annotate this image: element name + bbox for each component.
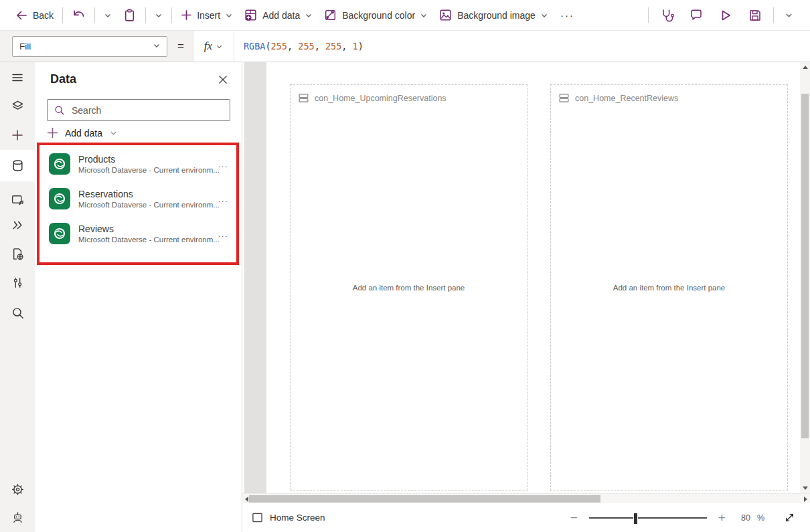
rail-tree-view-button[interactable] bbox=[0, 91, 35, 120]
horizontal-scrollbar-thumb[interactable] bbox=[249, 495, 600, 503]
chevron-down-icon bbox=[216, 43, 223, 50]
chevron-down-icon bbox=[153, 41, 161, 50]
background-color-button[interactable]: Background color bbox=[323, 8, 428, 22]
rail-power-automate-button[interactable] bbox=[0, 210, 35, 240]
formula-token: ) bbox=[358, 41, 363, 52]
data-source-menu-button[interactable]: ... bbox=[218, 229, 228, 239]
paste-button[interactable] bbox=[123, 8, 137, 22]
container-recent-reviews[interactable]: con_Home_RecentReviews Add an item from … bbox=[550, 84, 788, 491]
scroll-left-arrow[interactable] bbox=[245, 497, 248, 502]
canvas-gutter bbox=[244, 62, 266, 493]
rail-menu-button[interactable] bbox=[0, 63, 35, 92]
data-source-reservations[interactable]: Reservations Microsoft Dataverse - Curre… bbox=[35, 181, 242, 216]
expand-diagonal-icon bbox=[784, 512, 795, 523]
rail-data-button[interactable] bbox=[0, 151, 35, 180]
undo-button[interactable] bbox=[72, 8, 86, 22]
scroll-right-arrow[interactable] bbox=[804, 497, 807, 502]
media-icon bbox=[11, 193, 25, 207]
undo-dropdown[interactable] bbox=[104, 11, 112, 19]
close-icon bbox=[218, 75, 228, 84]
toolbar-divider bbox=[773, 7, 774, 23]
data-source-name: Reservations bbox=[78, 189, 218, 200]
sliders-icon bbox=[11, 276, 25, 290]
data-source-menu-button[interactable]: ... bbox=[218, 194, 228, 204]
chevron-down-icon bbox=[155, 11, 163, 19]
vertical-scrollbar[interactable] bbox=[800, 62, 810, 493]
data-source-text: Reviews Microsoft Dataverse - Current en… bbox=[78, 224, 218, 244]
scroll-up-arrow[interactable] bbox=[803, 66, 808, 69]
play-icon bbox=[718, 8, 733, 23]
data-panel-close-button[interactable] bbox=[216, 72, 230, 87]
formula-input[interactable]: RGBA(255, 255, 255, 1) bbox=[234, 31, 363, 62]
chevron-down-icon bbox=[225, 11, 233, 19]
undo-icon bbox=[72, 8, 86, 22]
zoom-slider[interactable] bbox=[589, 513, 707, 523]
database-icon bbox=[11, 159, 25, 173]
comments-button[interactable] bbox=[689, 8, 704, 23]
stethoscope-icon bbox=[659, 8, 674, 23]
preview-button[interactable] bbox=[718, 8, 733, 23]
gear-icon bbox=[11, 482, 25, 497]
toolbar-divider bbox=[94, 7, 95, 23]
rail-settings-button[interactable] bbox=[0, 474, 35, 504]
container-header: con_Home_UpcomingReservations bbox=[298, 92, 447, 104]
zoom-out-button[interactable]: − bbox=[570, 511, 578, 524]
insert-label: Insert bbox=[197, 10, 220, 21]
rail-search-button[interactable] bbox=[0, 298, 35, 327]
scroll-down-arrow[interactable] bbox=[803, 486, 808, 490]
formula-token: , bbox=[341, 41, 352, 52]
data-source-subtitle: Microsoft Dataverse - Current environm..… bbox=[78, 200, 218, 209]
property-selector[interactable]: Fill bbox=[12, 36, 167, 57]
formula-token: ( bbox=[265, 41, 270, 52]
zoom-controls: − + 80 % bbox=[570, 511, 795, 524]
toolbar-overflow-button[interactable]: ··· bbox=[560, 9, 574, 21]
container-upcoming-reservations[interactable]: con_Home_UpcomingReservations Add an ite… bbox=[290, 84, 528, 491]
fit-to-window-button[interactable] bbox=[784, 512, 795, 523]
horizontal-scrollbar[interactable] bbox=[242, 493, 810, 504]
rail-advanced-tools-button[interactable] bbox=[0, 239, 35, 268]
data-source-menu-button[interactable]: ... bbox=[218, 159, 228, 169]
screen-selector[interactable]: Home Screen bbox=[252, 512, 325, 523]
zoom-slider-track[interactable] bbox=[589, 517, 707, 519]
formula-token: 255 bbox=[325, 41, 341, 52]
data-source-text: Reservations Microsoft Dataverse - Curre… bbox=[78, 189, 218, 209]
fx-dropdown-button[interactable]: fx bbox=[193, 31, 234, 62]
data-source-reviews[interactable]: Reviews Microsoft Dataverse - Current en… bbox=[35, 216, 242, 251]
add-data-dropdown[interactable]: Add data bbox=[47, 127, 118, 139]
dataverse-icon bbox=[49, 223, 70, 244]
rail-insert-button[interactable] bbox=[0, 120, 35, 150]
container-placeholder-text: Add an item from the Insert pane bbox=[551, 284, 787, 292]
background-image-icon bbox=[438, 8, 453, 22]
plus-icon bbox=[11, 128, 24, 142]
search-input[interactable] bbox=[70, 104, 224, 116]
left-navigation-rail bbox=[0, 62, 35, 532]
zoom-slider-thumb[interactable] bbox=[633, 513, 638, 525]
back-button[interactable]: Back bbox=[15, 9, 54, 22]
dataverse-icon bbox=[49, 153, 70, 175]
app-checker-button[interactable] bbox=[659, 8, 674, 23]
zoom-unit: % bbox=[757, 513, 764, 523]
data-source-text: Products Microsoft Dataverse - Current e… bbox=[78, 154, 218, 175]
hamburger-icon bbox=[11, 71, 24, 84]
container-icon bbox=[558, 92, 570, 104]
paste-dropdown[interactable] bbox=[155, 11, 163, 19]
data-panel-title: Data bbox=[50, 72, 76, 86]
data-search-box[interactable] bbox=[47, 99, 230, 121]
status-bar: Home Screen − + 80 % bbox=[242, 503, 810, 532]
tree-view-icon bbox=[11, 99, 25, 113]
page-globe-icon bbox=[11, 247, 25, 261]
insert-button[interactable]: Insert bbox=[181, 9, 233, 21]
rail-variables-button[interactable] bbox=[0, 268, 35, 297]
data-source-products[interactable]: Products Microsoft Dataverse - Current e… bbox=[35, 147, 242, 181]
save-dropdown[interactable] bbox=[785, 11, 793, 19]
formula-token: 255 bbox=[298, 41, 314, 52]
toolbar-divider bbox=[62, 7, 63, 23]
container-name: con_Home_UpcomingReservations bbox=[315, 94, 447, 103]
rail-virtual-agent-button[interactable] bbox=[0, 503, 35, 532]
add-data-button[interactable]: Add data bbox=[244, 8, 313, 22]
save-button[interactable] bbox=[748, 8, 762, 23]
vertical-scrollbar-thumb[interactable] bbox=[801, 94, 809, 438]
zoom-in-button[interactable]: + bbox=[718, 511, 726, 524]
background-image-button[interactable]: Background image bbox=[438, 8, 548, 22]
background-image-label: Background image bbox=[457, 10, 536, 21]
